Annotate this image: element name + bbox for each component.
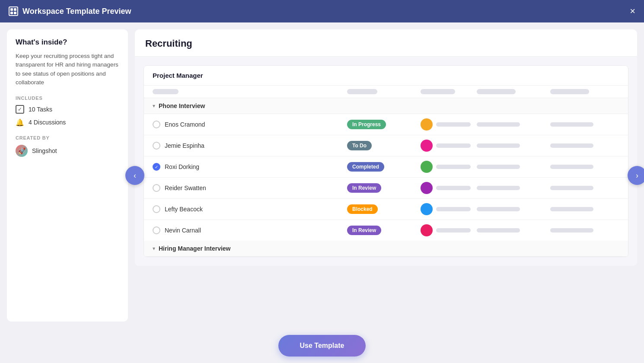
task-checkbox-0[interactable] [153, 121, 160, 128]
creator-avatar: 🚀 [16, 145, 28, 157]
task-name-0: Enos Cramond [165, 121, 205, 128]
cell-placeholder-5 [436, 228, 471, 232]
table-header-row [144, 86, 628, 98]
status-cell-0: In Progress [347, 120, 416, 129]
created-by-label: CREATED BY [16, 135, 119, 140]
avatar-0 [421, 118, 433, 131]
status-badge-3: In Review [347, 183, 381, 193]
content-title: Recruiting [145, 38, 627, 49]
section-hiring-interview: ▾ Hiring Manager Interview [144, 241, 628, 257]
status-cell-3: In Review [347, 183, 416, 193]
col4-cell-4 [550, 207, 619, 211]
chevron-down-icon: ▾ [153, 103, 155, 109]
sidebar: What's inside? Keep your recruiting proc… [7, 29, 128, 322]
title-bar-left: Workspace Template Preview [9, 6, 131, 16]
avatar-3 [421, 182, 433, 194]
status-badge-5: In Review [347, 226, 381, 235]
header-assignee [421, 89, 472, 94]
close-button[interactable]: × [630, 6, 635, 16]
workspace-icon [9, 6, 18, 16]
content-panel: Recruiting Project Manager [135, 29, 637, 266]
col4-cell-2 [550, 165, 619, 169]
status-cell-2: Completed [347, 162, 416, 172]
discussions-count: 4 Discussions [29, 119, 66, 126]
header-status [347, 89, 416, 94]
table-title: Project Manager [144, 66, 628, 86]
col3-cell-0 [477, 122, 546, 127]
status-badge-4: Blocked [347, 204, 378, 214]
includes-section: INCLUDES ✓ 10 Tasks 🔔 4 Discussions [16, 96, 119, 127]
bottom-bar: Use Template [0, 328, 644, 363]
cell-placeholder-2 [436, 165, 471, 169]
table-row: Lefty Beacock Blocked [144, 199, 628, 220]
status-cell-5: In Review [347, 226, 416, 235]
content-body: Project Manager ▾ Phone Interview [135, 57, 637, 266]
status-cell-1: To Do [347, 141, 416, 150]
avatar-5 [421, 224, 433, 236]
whats-inside-title: What's inside? [16, 38, 119, 47]
content-wrapper: ‹ Recruiting Project Manager [135, 29, 637, 322]
includes-label: INCLUDES [16, 96, 119, 101]
task-checkbox-2[interactable]: ✓ [153, 163, 160, 171]
avatar-cell-2 [421, 161, 472, 173]
cell-placeholder-4 [436, 207, 471, 211]
task-name-4: Lefty Beacock [165, 206, 203, 213]
tasks-count: 10 Tasks [29, 106, 52, 113]
table-row: Nevin Carnall In Review [144, 220, 628, 241]
chevron-down-icon-2: ▾ [153, 245, 155, 252]
section-phone-interview: ▾ Phone Interview Enos Cramond In Progre… [144, 98, 628, 241]
col4-cell-1 [550, 143, 619, 148]
task-name-5: Nevin Carnall [165, 227, 201, 234]
section-title-hiring: Hiring Manager Interview [159, 245, 230, 252]
task-checkbox-4[interactable] [153, 205, 160, 213]
table-card: Project Manager ▾ Phone Interview [143, 65, 628, 257]
col3-cell-4 [477, 207, 546, 211]
task-checkbox-1[interactable] [153, 142, 160, 150]
table-row: ✓ Roxi Dorking Completed [144, 156, 628, 178]
avatar-cell-4 [421, 203, 472, 215]
bell-icon: 🔔 [16, 118, 24, 127]
avatar-cell-1 [421, 140, 472, 152]
nav-arrow-right[interactable]: › [628, 166, 644, 185]
tasks-item: ✓ 10 Tasks [16, 105, 119, 114]
header-col3 [477, 89, 546, 94]
col4-cell-3 [550, 186, 619, 190]
table-row: Enos Cramond In Progress [144, 114, 628, 135]
use-template-button[interactable]: Use Template [278, 335, 366, 357]
section-header-phone: ▾ Phone Interview [144, 98, 628, 114]
col4-cell-0 [550, 122, 619, 127]
nav-arrow-left[interactable]: ‹ [125, 166, 144, 185]
col4-cell-5 [550, 228, 619, 232]
title-bar-title: Workspace Template Preview [22, 7, 131, 16]
col3-cell-1 [477, 143, 546, 148]
status-badge-0: In Progress [347, 120, 386, 129]
task-checkbox-5[interactable] [153, 226, 160, 234]
cell-placeholder-1 [436, 143, 471, 148]
task-name-1: Jemie Espinha [165, 142, 204, 149]
status-cell-4: Blocked [347, 204, 416, 214]
table-row: Jemie Espinha To Do [144, 135, 628, 156]
section-title-phone: Phone Interview [159, 102, 205, 109]
task-checkbox-3[interactable] [153, 184, 160, 192]
content-header: Recruiting [135, 29, 637, 57]
main-layout: What's inside? Keep your recruiting proc… [0, 22, 644, 328]
title-bar: Workspace Template Preview × [0, 0, 644, 22]
status-badge-1: To Do [347, 141, 372, 150]
table-row: Reider Swatten In Review [144, 178, 628, 199]
discussions-item: 🔔 4 Discussions [16, 118, 119, 127]
col3-cell-3 [477, 186, 546, 190]
section-header-hiring: ▾ Hiring Manager Interview [144, 241, 628, 257]
avatar-cell-5 [421, 224, 472, 236]
status-badge-2: Completed [347, 162, 384, 172]
avatar-2 [421, 161, 433, 173]
header-name [153, 89, 343, 94]
created-by-section: CREATED BY 🚀 Slingshot [16, 135, 119, 157]
avatar-cell-0 [421, 118, 472, 131]
col3-cell-2 [477, 165, 546, 169]
sidebar-description: Keep your recruiting process tight and t… [16, 52, 119, 87]
creator-row: 🚀 Slingshot [16, 145, 119, 157]
creator-name: Slingshot [32, 147, 57, 154]
check-icon: ✓ [16, 105, 24, 114]
avatar-1 [421, 140, 433, 152]
task-name-2: Roxi Dorking [165, 163, 199, 170]
